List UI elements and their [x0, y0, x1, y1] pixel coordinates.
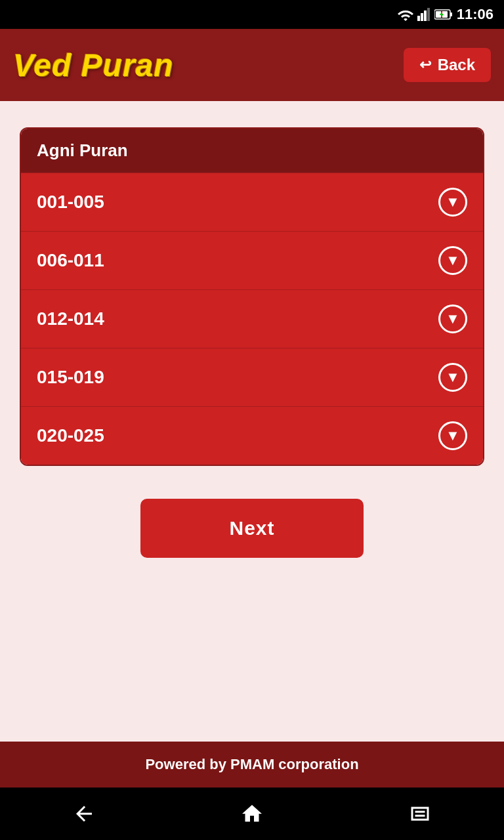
back-button[interactable]: ↩ Back — [404, 48, 491, 82]
wifi-icon — [398, 8, 413, 21]
svg-rect-3 — [427, 8, 430, 21]
status-time: 11:06 — [457, 6, 494, 23]
list-item[interactable]: 015-019 ▼ — [21, 348, 483, 406]
back-icon: ↩ — [419, 56, 431, 74]
download-icon-0[interactable]: ▼ — [438, 188, 467, 217]
signal-icon — [417, 8, 430, 21]
chapter-list: Agni Puran 001-005 ▼ 006-011 ▼ 012-014 ▼… — [20, 127, 484, 466]
list-item[interactable]: 012-014 ▼ — [21, 289, 483, 348]
list-item[interactable]: 020-025 ▼ — [21, 406, 483, 465]
download-icon-2[interactable]: ▼ — [438, 304, 467, 333]
item-label-2: 012-014 — [37, 308, 104, 329]
svg-rect-5 — [450, 12, 452, 16]
status-icons: 11:06 — [398, 6, 494, 23]
footer-text: Powered by PMAM corporation — [145, 756, 358, 773]
back-arrow-icon — [72, 802, 96, 826]
home-icon — [240, 802, 264, 826]
item-label-0: 001-005 — [37, 192, 104, 213]
item-label-4: 020-025 — [37, 425, 104, 446]
footer: Powered by PMAM corporation — [0, 742, 504, 788]
app-header: Ved Puran ↩ Back — [0, 29, 504, 101]
list-item[interactable]: 006-011 ▼ — [21, 231, 483, 289]
svg-rect-2 — [424, 10, 427, 21]
download-icon-1[interactable]: ▼ — [438, 246, 467, 275]
item-label-3: 015-019 — [37, 367, 104, 388]
list-header: Agni Puran — [21, 129, 483, 173]
svg-rect-1 — [421, 13, 423, 21]
status-bar: 11:06 — [0, 0, 504, 29]
recents-nav-icon[interactable] — [400, 794, 440, 833]
nav-bar — [0, 788, 504, 840]
home-nav-icon[interactable] — [232, 794, 272, 833]
download-icon-4[interactable]: ▼ — [438, 421, 467, 450]
next-button[interactable]: Next — [140, 499, 364, 558]
list-title: Agni Puran — [37, 140, 128, 160]
back-label: Back — [438, 56, 475, 74]
back-nav-icon[interactable] — [64, 794, 104, 833]
item-label-1: 006-011 — [37, 250, 104, 271]
list-item[interactable]: 001-005 ▼ — [21, 173, 483, 231]
recents-icon — [408, 802, 432, 826]
app-title: Ved Puran — [13, 47, 174, 83]
battery-icon — [434, 9, 453, 20]
main-content: Agni Puran 001-005 ▼ 006-011 ▼ 012-014 ▼… — [0, 101, 504, 742]
svg-rect-0 — [417, 16, 420, 21]
download-icon-3[interactable]: ▼ — [438, 363, 467, 392]
